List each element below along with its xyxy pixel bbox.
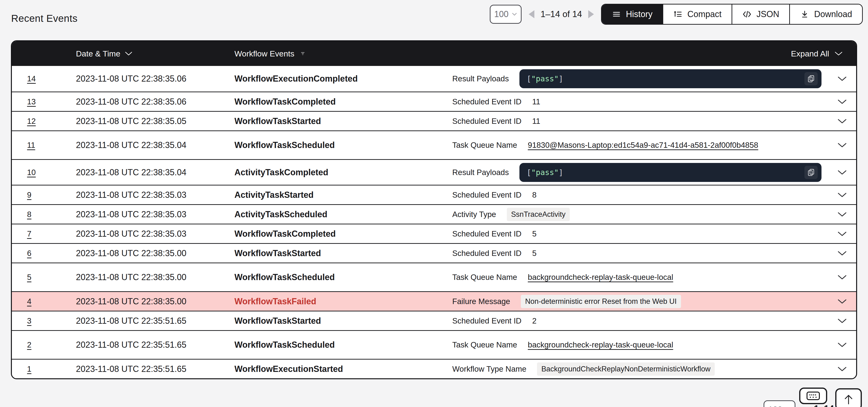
event-id-link[interactable]: 6	[27, 249, 31, 258]
page-size-select[interactable]: 100	[490, 5, 522, 24]
pagination-range: 1–14 of 14	[540, 9, 582, 19]
expand-row-button[interactable]	[837, 318, 847, 323]
expand-row-button[interactable]	[837, 143, 847, 148]
chevron-down-icon	[837, 318, 847, 323]
event-timestamp: 2023-11-08 UTC 22:35:51.65	[76, 364, 187, 374]
detail-label: Task Queue Name	[452, 140, 517, 150]
event-id-link[interactable]: 12	[27, 117, 36, 126]
workflow-events-filter[interactable]: Workflow Events	[235, 49, 307, 58]
page-size-select-bottom[interactable]: 100	[764, 400, 796, 407]
expand-row-button[interactable]	[837, 76, 847, 81]
table-row: 102023-11-08 UTC 22:38:35.04ActivityTask…	[12, 159, 856, 185]
expand-all-button[interactable]: Expand All	[791, 49, 856, 58]
chevron-down-icon	[837, 170, 847, 175]
detail-label: Task Queue Name	[452, 340, 517, 349]
expand-row-button[interactable]	[837, 170, 847, 175]
detail-link[interactable]: backgroundcheck-replay-task-queue-local	[528, 273, 673, 282]
tab-json[interactable]: JSON	[732, 4, 789, 24]
detail-badge: BackgroundCheckReplayNonDeterministicWor…	[537, 363, 715, 376]
event-timestamp: 2023-11-08 UTC 22:35:51.65	[76, 316, 187, 326]
detail-label: Scheduled Event ID	[452, 249, 522, 258]
copy-button[interactable]	[804, 72, 818, 85]
detail-label: Activity Type	[452, 210, 496, 219]
detail-badge: Non-deterministic error Reset from the W…	[521, 295, 681, 308]
download-button[interactable]: Download	[789, 4, 862, 24]
event-timestamp: 2023-11-08 UTC 22:38:35.03	[76, 190, 187, 200]
events-table: Date & Time Workflow Events Expand All 1…	[11, 40, 857, 379]
event-id-link[interactable]: 9	[27, 190, 31, 199]
event-timestamp: 2023-11-08 UTC 22:38:35.00	[76, 296, 187, 307]
expand-row-button[interactable]	[837, 299, 847, 304]
event-id-link[interactable]: 14	[27, 74, 36, 83]
event-id-link[interactable]: 8	[27, 210, 31, 219]
detail-value: 11	[532, 97, 540, 106]
detail-link[interactable]: 91830@Masons-Laptop:ed1c54a9-ac71-41d4-a…	[528, 140, 758, 150]
pagination-prev-icon[interactable]	[529, 10, 534, 18]
event-id-link[interactable]: 7	[27, 229, 31, 238]
event-id-link[interactable]: 5	[27, 273, 31, 282]
detail-value: 5	[532, 229, 536, 238]
table-row: 32023-11-08 UTC 22:35:51.65WorkflowTaskS…	[12, 311, 856, 330]
expand-row-button[interactable]	[837, 192, 847, 197]
tab-compact[interactable]: Compact	[662, 4, 732, 24]
expand-row-button[interactable]	[837, 99, 847, 104]
event-type: WorkflowTaskStarted	[235, 248, 321, 258]
table-row: 52023-11-08 UTC 22:38:35.00WorkflowTaskS…	[12, 262, 856, 291]
event-id-link[interactable]: 11	[27, 140, 35, 150]
code-token: ]	[559, 74, 563, 83]
event-id-link[interactable]: 4	[27, 297, 31, 306]
chevron-down-icon	[837, 342, 847, 347]
compact-icon	[673, 9, 683, 19]
chevron-down-icon	[834, 51, 843, 56]
view-switcher: History Compact JSON Download	[601, 4, 863, 25]
event-id-link[interactable]: 2	[27, 340, 31, 349]
chevron-down-icon	[837, 367, 847, 372]
event-type: WorkflowTaskStarted	[235, 316, 321, 326]
workflow-events-header-label: Workflow Events	[235, 49, 294, 58]
page-size-value: 100	[768, 405, 782, 407]
keyboard-shortcuts-button[interactable]	[799, 387, 827, 404]
tab-label: History	[626, 9, 653, 19]
code-token: "pass"	[531, 74, 559, 83]
event-id-link[interactable]: 13	[27, 97, 36, 106]
event-timestamp: 2023-11-08 UTC 22:38:35.06	[76, 74, 187, 84]
chevron-down-icon	[837, 275, 847, 280]
expand-row-button[interactable]	[837, 119, 847, 124]
chevron-down-icon	[837, 76, 847, 81]
expand-row-button[interactable]	[837, 212, 847, 217]
event-timestamp: 2023-11-08 UTC 22:35:51.65	[76, 340, 187, 350]
table-row: 142023-11-08 UTC 22:38:35.06WorkflowExec…	[12, 66, 856, 92]
expand-row-button[interactable]	[837, 231, 847, 237]
table-row: 22023-11-08 UTC 22:35:51.65WorkflowTaskS…	[12, 330, 856, 359]
event-id-link[interactable]: 10	[27, 168, 36, 177]
tab-history[interactable]: History	[602, 4, 662, 24]
chevron-down-icon	[837, 99, 847, 104]
detail-label: Scheduled Event ID	[452, 117, 522, 126]
detail-value: 8	[532, 190, 536, 199]
chevron-down-icon	[837, 231, 847, 237]
date-time-sort[interactable]: Date & Time	[76, 49, 133, 58]
table-row: 72023-11-08 UTC 22:38:35.03WorkflowTaskC…	[12, 224, 856, 243]
event-id-link[interactable]: 1	[27, 365, 31, 374]
page-size-value: 100	[494, 9, 508, 19]
detail-link[interactable]: backgroundcheck-replay-task-queue-local	[528, 340, 673, 349]
table-header: Date & Time Workflow Events Expand All	[12, 41, 856, 66]
keyboard-icon	[806, 391, 820, 401]
expand-row-button[interactable]	[837, 367, 847, 372]
expand-row-button[interactable]	[837, 342, 847, 347]
tab-label: Compact	[687, 9, 722, 19]
event-type: ActivityTaskScheduled	[235, 210, 327, 219]
scroll-to-top-button[interactable]	[835, 388, 862, 407]
code-token: "pass"	[531, 168, 559, 177]
pagination-next-icon[interactable]	[588, 10, 594, 18]
expand-row-button[interactable]	[837, 251, 847, 256]
code-token: ]	[559, 168, 563, 177]
expand-row-button[interactable]	[837, 275, 847, 280]
expand-all-label: Expand All	[791, 49, 829, 58]
copy-button[interactable]	[804, 166, 818, 179]
detail-label: Scheduled Event ID	[452, 229, 522, 238]
table-row: 12023-11-08 UTC 22:35:51.65WorkflowExecu…	[12, 359, 856, 378]
event-id-link[interactable]: 3	[27, 316, 31, 325]
payload-code-block: ["pass"]	[520, 163, 822, 182]
detail-label: Scheduled Event ID	[452, 97, 522, 106]
